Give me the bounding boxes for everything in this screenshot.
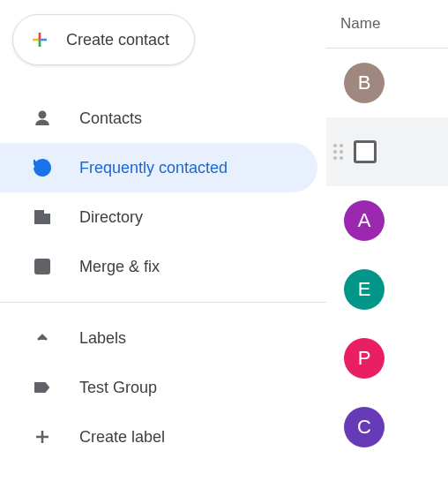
contact-row[interactable] — [326, 117, 448, 186]
history-icon — [32, 157, 53, 178]
label-icon — [32, 377, 53, 398]
column-header-name: Name — [326, 0, 448, 49]
building-icon — [32, 207, 53, 228]
plus-icon — [29, 29, 50, 50]
sidebar: Create contact Contacts Frequently conta… — [0, 0, 326, 481]
avatar: E — [344, 269, 385, 310]
avatar: C — [344, 407, 385, 447]
create-contact-label: Create contact — [66, 31, 169, 49]
svg-point-0 — [40, 112, 46, 118]
create-label-button[interactable]: Create label — [0, 412, 317, 462]
sidebar-item-test-group[interactable]: Test Group — [0, 363, 317, 412]
contact-row[interactable]: A — [326, 186, 448, 255]
svg-rect-1 — [35, 211, 43, 223]
labels-header-label: Labels — [79, 329, 126, 348]
nav-label: Frequently contacted — [79, 159, 228, 177]
nav-label: Merge & fix — [79, 258, 160, 276]
create-contact-button[interactable]: Create contact — [12, 14, 195, 65]
sidebar-item-directory[interactable]: Directory — [0, 192, 317, 242]
sidebar-item-frequently[interactable]: Frequently contacted — [0, 143, 317, 192]
nav-label: Create label — [79, 428, 165, 447]
sparkle-icon — [32, 256, 53, 277]
contact-row[interactable]: B — [326, 49, 448, 117]
nav-label: Directory — [79, 208, 143, 227]
nav-label: Contacts — [79, 109, 142, 128]
contact-row[interactable]: E — [326, 255, 448, 324]
sidebar-item-contacts[interactable]: Contacts — [0, 94, 317, 143]
plus-icon — [32, 426, 53, 447]
contact-list: BAEPC — [326, 49, 448, 462]
contact-row[interactable]: C — [326, 393, 448, 462]
chevron-up-icon — [32, 327, 53, 349]
divider — [0, 302, 326, 303]
labels-header[interactable]: Labels — [0, 313, 317, 363]
person-icon — [32, 108, 53, 129]
contacts-panel: Name BAEPC — [326, 0, 448, 481]
nav-label: Test Group — [79, 379, 157, 397]
sidebar-item-merge-fix[interactable]: Merge & fix — [0, 242, 317, 291]
labels-section: Labels Test Group Create label — [0, 306, 326, 469]
avatar: B — [344, 63, 385, 103]
svg-rect-2 — [43, 214, 49, 223]
contact-checkbox[interactable] — [354, 140, 377, 163]
nav-list: Contacts Frequently contacted Directory … — [0, 86, 326, 298]
avatar: A — [344, 200, 385, 241]
contact-row[interactable]: P — [326, 324, 448, 393]
avatar: P — [344, 338, 385, 379]
drag-handle-icon[interactable] — [333, 144, 343, 160]
